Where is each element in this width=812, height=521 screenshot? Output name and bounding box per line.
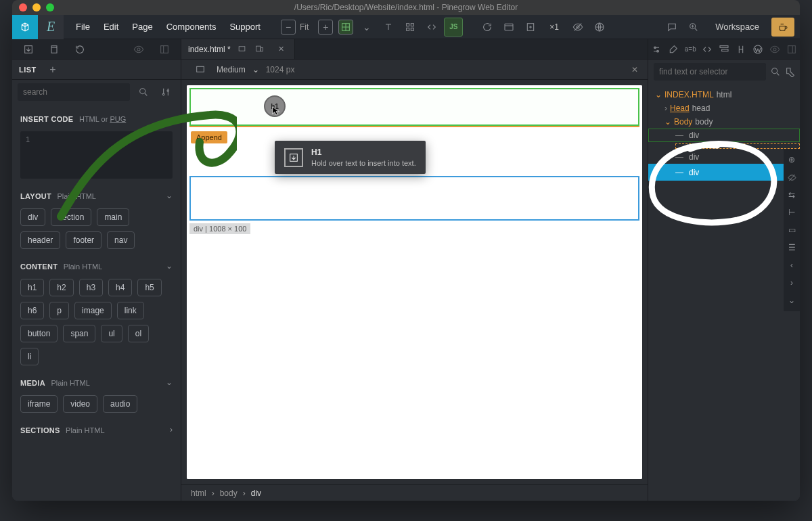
js-icon[interactable]: JS [444,18,463,37]
fit-label[interactable]: Fit [300,22,309,32]
menu-components[interactable]: Components [160,15,223,39]
canvas[interactable]: Append h1 H1 Hold over text to insert in… [187,85,642,479]
selected-div[interactable] [189,176,639,221]
chevron-down-icon[interactable]: ⌄ [785,294,798,307]
chevron-down-icon[interactable]: ⌄ [252,65,259,74]
tag-ul[interactable]: ul [101,325,122,342]
visibility-icon[interactable] [568,18,587,37]
tag-main[interactable]: main [97,208,129,226]
workspace-button[interactable]: Workspace [706,15,769,39]
close-viewport-icon[interactable]: ✕ [631,65,638,74]
actions-icon[interactable] [732,40,749,59]
tag-p[interactable]: p [49,302,69,319]
close-tab-icon[interactable]: ✕ [275,43,288,55]
menu-file[interactable]: File [69,15,97,39]
eye-icon[interactable] [129,40,148,59]
zoom-out-icon[interactable]: − [281,20,296,35]
tag-h2[interactable]: h2 [49,279,73,296]
drop-target-div[interactable] [189,88,639,126]
settings-icon[interactable] [648,40,665,59]
responsive-icon[interactable] [254,43,266,55]
dropdown-chevron-icon[interactable]: ⌄ [357,18,376,37]
target-icon[interactable]: ⊕ [785,153,798,166]
tree-div-selected[interactable]: —div [648,164,800,181]
crumb-html[interactable]: html [191,489,206,498]
tree-file-root[interactable]: ⌄ INDEX.HTML html [648,88,800,101]
component-search-input[interactable] [18,83,130,101]
tag-span[interactable]: span [63,325,95,342]
panel-layout-icon[interactable] [783,40,800,59]
panel-layout-icon[interactable] [155,40,174,59]
new-page-icon[interactable] [521,18,540,37]
eye-icon[interactable] [766,40,783,59]
globe-icon[interactable] [590,18,609,37]
filter-icon[interactable] [157,83,176,101]
tag-button[interactable]: button [20,325,58,342]
zoom-in-icon[interactable]: + [318,20,333,35]
tag-audio[interactable]: audio [103,395,137,413]
viewport-icon[interactable] [191,60,210,79]
search-icon[interactable] [770,62,781,81]
crumb-body[interactable]: body [220,489,238,498]
browser-preview-icon[interactable] [499,18,518,37]
tag-image[interactable]: image [74,302,112,319]
tag-footer[interactable]: footer [66,231,102,249]
tag-nav[interactable]: nav [107,231,135,249]
chevron-right-icon[interactable]: › [785,276,798,290]
viewport-size-label[interactable]: Medium [217,65,246,74]
tree-div-1[interactable]: —div [648,129,800,142]
history-icon[interactable] [70,40,89,59]
code-panel-icon[interactable] [699,40,716,59]
chevron-left-icon[interactable]: ‹ [785,258,798,272]
menu-support[interactable]: Support [223,15,267,39]
refresh-icon[interactable] [478,18,497,37]
chevron-down-icon[interactable]: ⌄ [166,261,173,271]
tag-h5[interactable]: h5 [137,279,161,296]
tag-header[interactable]: header [20,231,60,249]
selector-icon[interactable] [785,62,796,81]
hide-icon[interactable] [785,171,798,184]
menu-edit[interactable]: Edit [97,15,125,39]
tree-panel-icon[interactable] [716,40,733,59]
menu-page[interactable]: Page [125,15,159,39]
editor-mode-icon[interactable]: E [38,15,64,39]
css-grid-icon[interactable] [401,18,420,37]
pinegrow-logo-icon[interactable] [12,15,38,39]
chevron-down-icon[interactable]: ⌄ [166,378,173,387]
magnify-icon[interactable] [684,18,703,37]
tag-video[interactable]: video [63,395,97,413]
tag-ol[interactable]: ol [128,325,149,342]
chevron-down-icon[interactable]: ⌄ [166,114,173,123]
tag-h6[interactable]: h6 [20,302,44,319]
tag-h3[interactable]: h3 [79,279,103,296]
tag-section[interactable]: section [51,208,91,226]
insert-panel-icon[interactable] [19,40,38,59]
code-input[interactable]: 1 [20,131,173,179]
tree-head[interactable]: › Head head [648,101,800,115]
coffee-icon[interactable] [771,18,794,37]
stack-icon[interactable]: ☰ [785,241,798,254]
tag-div[interactable]: div [20,208,45,226]
list-tab[interactable]: LIST [19,66,37,74]
wordpress-icon[interactable] [749,40,766,59]
crumb-div[interactable]: div [251,489,261,498]
library-icon[interactable] [45,40,64,59]
search-icon[interactable] [134,83,153,101]
text-tool-icon[interactable] [379,18,398,37]
tag-li[interactable]: li [20,348,39,365]
zoom-level[interactable]: ×1 [549,22,559,32]
tree-body[interactable]: ⌄ Body body [648,115,800,129]
add-tab-icon[interactable]: + [43,60,62,79]
device-icon[interactable] [236,43,248,55]
visual-helpers-icon[interactable] [338,20,353,35]
box-icon[interactable]: ▭ [785,223,798,237]
align-icon[interactable]: ⊢ [785,206,798,219]
document-tab[interactable]: index.html * ✕ [181,39,295,59]
code-icon[interactable] [422,18,441,37]
brush-icon[interactable] [665,40,682,59]
chevron-right-icon[interactable]: › [170,425,173,434]
tag-iframe[interactable]: iframe [20,395,58,413]
tree-div-2[interactable]: —div [648,150,800,164]
tree-search-input[interactable] [654,63,766,81]
tag-link[interactable]: link [117,302,144,319]
